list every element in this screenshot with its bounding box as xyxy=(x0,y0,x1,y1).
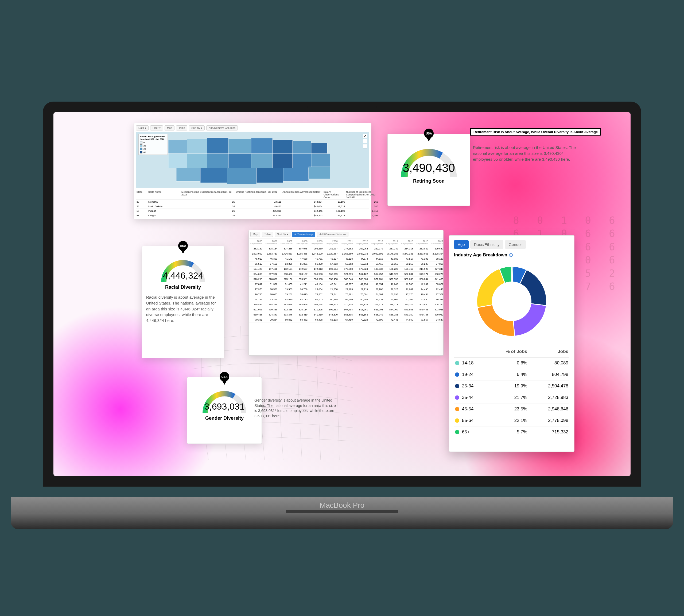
svg-rect-17 xyxy=(200,168,227,183)
map-sort-dropdown[interactable]: Sort By ▾ xyxy=(189,125,205,130)
table-row[interactable]: 27,04731,35231,43541,21148,10447,24142,2… xyxy=(249,282,443,287)
svg-rect-2 xyxy=(207,138,228,153)
map-toolbar: Data ▾ Filter ▾ Map Table Sort By ▾ Add/… xyxy=(136,125,369,130)
employment-matrix-panel: Map Table Sort By ▾ + Create Group Add/R… xyxy=(249,230,443,356)
table-row[interactable]: 45,01246,39341,17247,63845,73145,29746,1… xyxy=(249,257,443,262)
laptop-notch xyxy=(307,102,377,110)
tab-race-ethnicity[interactable]: Race/Ethnicity xyxy=(470,240,503,249)
age-breakdown-title: Industry Age Breakdown ⓘ xyxy=(454,252,569,258)
list-item[interactable]: 45-5423.5%2,948,646 xyxy=(454,403,569,415)
laptop-base xyxy=(11,513,673,529)
list-item[interactable]: 65+5.7%715,332 xyxy=(454,426,569,438)
table-row[interactable]: 378,432284,266282,648292,946296,194303,2… xyxy=(249,302,443,307)
map-zoom-in-icon[interactable]: + xyxy=(363,139,367,143)
map-columns-button[interactable]: Add/Remove Columns xyxy=(206,125,238,130)
map-filter-dropdown[interactable]: Filter ▾ xyxy=(150,125,163,130)
matrix-toolbar: Map Table Sort By ▾ + Create Group Add/R… xyxy=(249,230,443,239)
choropleth-map[interactable]: ⤢ + − xyxy=(136,132,369,188)
svg-rect-0 xyxy=(168,140,187,154)
table-row[interactable]: 30Montana2573,111$43,26416,196268 xyxy=(136,200,369,204)
tab-age[interactable]: Age xyxy=(454,240,469,249)
list-item[interactable]: 19-246.4%804,798 xyxy=(454,369,569,380)
map-table-header: State State Name Median Posting Duration… xyxy=(136,190,369,200)
table-row[interactable]: 38North Dakota2649,450$44,03412,514140 xyxy=(136,204,369,209)
tab-gender[interactable]: Gender xyxy=(505,240,526,249)
matrix-sort-dropdown[interactable]: Sort By ▾ xyxy=(275,232,291,237)
gauge-pin-icon: USA xyxy=(178,241,188,254)
matrix-create-group-button[interactable]: + Create Group xyxy=(292,232,315,237)
svg-rect-5 xyxy=(273,140,293,154)
svg-rect-4 xyxy=(251,138,273,153)
svg-rect-8 xyxy=(168,153,187,168)
legend-dot-icon xyxy=(455,372,459,377)
table-row[interactable]: 530,438524,340533,346532,419541,410544,3… xyxy=(249,312,443,317)
list-item[interactable]: 35-4421.7%2,728,983 xyxy=(454,392,569,403)
list-item[interactable]: 25-3419.9%2,504,478 xyxy=(454,380,569,392)
diversity-summary-tag: Retirement Risk Is About Average, While … xyxy=(470,128,601,135)
retiring-soon-card: USA 3,490,430 Retiring Soon xyxy=(387,134,470,206)
svg-rect-11 xyxy=(228,153,251,168)
table-row[interactable]: 76,76578,08379,26278,61575,50274,64176,4… xyxy=(249,292,443,297)
table-row[interactable]: 521,003490,356512,335525,114511,395509,8… xyxy=(249,307,443,312)
table-row[interactable]: 174,420147,491152,124172,527172,313193,6… xyxy=(249,267,443,272)
retiring-value: 3,490,430 xyxy=(392,161,466,175)
legend-dot-icon xyxy=(455,430,459,434)
racial-diversity-card: USA 4,446,324 Racial Diversity Racial di… xyxy=(142,246,224,358)
svg-rect-3 xyxy=(228,139,251,153)
table-row[interactable]: 1,903,0521,883,7301,796,8631,905,4851,74… xyxy=(249,251,443,257)
legend-dot-icon xyxy=(455,418,459,423)
racial-value: 4,446,324 xyxy=(146,270,220,281)
map-view-button[interactable]: Map xyxy=(165,125,175,130)
gender-description: Gender diversity is about average in the… xyxy=(251,396,339,421)
laptop-bezel: 8 0 1 0 6 6 0 6 6 1 0 6 6 0 6 6 1 0 6 6 … xyxy=(43,102,641,487)
svg-rect-14 xyxy=(293,153,311,168)
svg-rect-9 xyxy=(187,153,207,168)
svg-rect-16 xyxy=(176,168,200,181)
table-row[interactable]: 282,132308,134307,256307,975296,260281,9… xyxy=(249,246,443,251)
legend-dot-icon xyxy=(455,407,459,411)
svg-rect-20 xyxy=(283,168,309,181)
table-row[interactable]: 84,76183,26682,51082,11380,10380,29585,8… xyxy=(249,297,443,302)
list-item[interactable]: 55-6422.1%2,775,098 xyxy=(454,415,569,426)
matrix-columns-button[interactable]: Add/Remove Columns xyxy=(317,232,348,237)
matrix-table-button[interactable]: Table xyxy=(262,232,273,237)
map-fullscreen-icon[interactable]: ⤢ xyxy=(363,134,367,138)
map-zoom-out-icon[interactable]: − xyxy=(363,144,367,148)
table-view-button[interactable]: Table xyxy=(176,125,187,130)
retiring-description: Retirement risk is about average in the … xyxy=(473,140,580,162)
map-zoom-controls: ⤢ + − xyxy=(363,134,367,148)
matrix-map-button[interactable]: Map xyxy=(250,232,260,237)
gauge-pin-icon: USA xyxy=(424,129,434,141)
legend-dot-icon xyxy=(455,384,459,388)
age-breakdown-panel: Age Race/Ethnicity Gender Industry Age B… xyxy=(449,235,574,452)
legend-dot-icon xyxy=(455,395,459,400)
svg-rect-7 xyxy=(311,143,327,154)
gauge-pin-icon: USA xyxy=(220,372,229,385)
table-row[interactable]: 576,295570,880575,136575,981556,993550,4… xyxy=(249,277,443,282)
table-row[interactable]: 70,39170,28469,88268,48269,47866,13367,4… xyxy=(249,317,443,323)
info-icon[interactable]: ⓘ xyxy=(509,253,513,257)
table-row[interactable]: 17,97018,58019,35320,75923,03421,85822,1… xyxy=(249,287,443,292)
svg-rect-6 xyxy=(293,141,311,154)
age-breakdown-tabs: Age Race/Ethnicity Gender xyxy=(454,240,569,249)
laptop-screen: 8 0 1 0 6 6 0 6 6 1 0 6 6 0 6 6 1 0 6 6 … xyxy=(53,112,631,476)
legend-dot-icon xyxy=(455,361,459,365)
laptop-frame: 8 0 1 0 6 6 0 6 6 1 0 6 6 0 6 6 1 0 6 6 … xyxy=(11,102,673,562)
table-row[interactable]: 65,51957,16953,33655,85156,49057,81356,3… xyxy=(249,262,443,267)
age-table-header: % of Jobs Jobs xyxy=(454,346,569,357)
table-row[interactable]: 504,699517,902530,406538,107566,993565,6… xyxy=(249,272,443,277)
svg-rect-18 xyxy=(227,168,256,184)
table-row[interactable]: 41Oregon26343,251$46,34281,9141,293 xyxy=(136,213,369,218)
svg-rect-10 xyxy=(207,153,228,168)
map-legend: Median Posting Duration from Jan 2022 - … xyxy=(138,134,168,155)
gender-diversity-card: USA 3,693,031 Gender Diversity xyxy=(187,377,262,444)
list-item[interactable]: 14-180.6%80,089 xyxy=(454,357,569,369)
svg-rect-15 xyxy=(311,153,330,167)
svg-rect-1 xyxy=(187,139,207,153)
svg-rect-13 xyxy=(273,153,293,168)
age-donut-chart xyxy=(454,263,569,341)
legend-title: Median Posting Duration from Jan 2022 - … xyxy=(140,135,166,140)
map-data-dropdown[interactable]: Data ▾ xyxy=(136,125,149,130)
table-row[interactable]: 18Indiana26465,836$42,445101,1001,418 xyxy=(136,209,369,213)
map-dashboard-panel: Data ▾ Filter ▾ Map Table Sort By ▾ Add/… xyxy=(134,123,371,219)
